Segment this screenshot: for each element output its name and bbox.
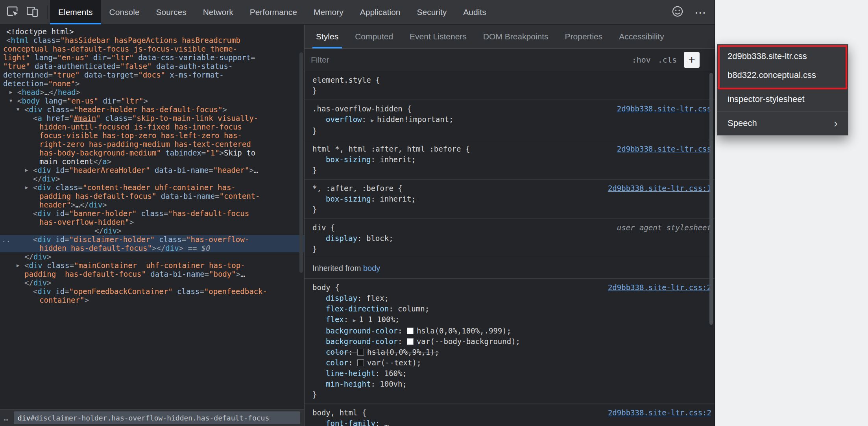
expand-arrow-icon[interactable]: ▶ — [353, 317, 359, 323]
color-swatch[interactable] — [407, 328, 414, 334]
pseudo-state-toggle[interactable]: :hov — [632, 55, 651, 65]
tab-dom-breakpoints[interactable]: DOM Breakpoints — [475, 25, 557, 48]
css-value[interactable]: 160%; — [384, 369, 407, 378]
tab-audits[interactable]: Audits — [455, 0, 494, 24]
menu-item-2d9bb338-site-ltr-css[interactable]: 2d9bb338.site-ltr.css — [717, 47, 848, 66]
rule-selector[interactable]: .has-overflow-hidden { — [312, 104, 412, 114]
dom-tree-line[interactable]: has-overflow-hidden"> — [0, 218, 304, 226]
rule-selector[interactable]: *, :after, :before { — [312, 183, 403, 194]
dom-tree-line[interactable]: has-body-background-medium" tabindex="1"… — [0, 148, 304, 157]
css-declaration[interactable]: background-color: var(--body-background)… — [312, 336, 711, 347]
css-declaration[interactable]: box-sizing: inherit; — [312, 154, 711, 165]
css-declaration[interactable]: display: flex; — [312, 293, 711, 304]
breadcrumb-item[interactable]: div#disclaimer-holder.has-overflow-hidde… — [14, 411, 300, 424]
tab-security[interactable]: Security — [408, 0, 455, 24]
stylesheet-link[interactable]: 2d9bb338.site-ltr.css — [611, 104, 711, 114]
dom-tree-line[interactable]: <div id="banner-holder" class="has-defau… — [0, 209, 304, 218]
dom-tree-line[interactable]: "true" data-authenticated="false" data-a… — [0, 62, 304, 70]
dom-tree-line[interactable]: hidden-until-focused is-fixed has-inner-… — [0, 122, 304, 131]
css-declaration[interactable]: color: var(--text); — [312, 357, 711, 368]
dom-tree-line[interactable]: ▶<div class="mainContainer uhf-container… — [0, 261, 304, 270]
styles-scrollbar[interactable] — [709, 73, 713, 325]
collapse-arrow-icon[interactable]: ▼ — [9, 96, 17, 105]
element-class-toggle[interactable]: .cls — [658, 55, 677, 65]
css-property[interactable]: color — [326, 358, 348, 367]
tab-network[interactable]: Network — [195, 0, 242, 24]
tab-performance[interactable]: Performance — [242, 0, 305, 24]
css-value[interactable]: 100vh; — [380, 380, 407, 388]
css-declaration[interactable]: display: block; — [312, 233, 711, 244]
css-value[interactable]: inherit; — [380, 155, 416, 164]
dom-tree-line[interactable]: light" lang="en-us" dir="ltr" data-css-v… — [0, 53, 304, 62]
css-property[interactable]: font-family — [326, 419, 375, 426]
elements-scrollbar[interactable] — [299, 52, 303, 273]
tab-console[interactable]: Console — [101, 0, 148, 24]
css-declaration[interactable]: overflow: ▶ hidden!important; — [312, 114, 711, 126]
css-value[interactable]: inherit; — [380, 194, 416, 203]
dom-tree-line[interactable]: <div id="openFeedbackContainer" class="o… — [0, 287, 304, 296]
stylesheet-link[interactable]: 2d9bb338.site-ltr.css — [611, 144, 711, 154]
css-property[interactable]: background-color — [326, 337, 398, 346]
rule-selector[interactable]: html *, html :after, html :before { — [312, 144, 470, 154]
css-property[interactable]: box-sizing — [326, 194, 371, 203]
css-declaration[interactable]: min-height: 100vh; — [312, 379, 711, 389]
dom-tree-line[interactable]: main content</a> — [0, 157, 304, 166]
css-property[interactable]: color — [326, 348, 348, 356]
css-property[interactable]: display — [326, 234, 357, 243]
dom-tree-line[interactable]: <!doctype html> — [0, 27, 304, 36]
dom-tree-line[interactable]: ▶<head>…</head> — [0, 88, 304, 96]
expand-arrow-icon[interactable]: ▶ — [371, 117, 377, 123]
css-declaration[interactable]: font-family: … — [312, 418, 711, 426]
css-value[interactable]: 1 1 100%; — [359, 315, 399, 324]
css-value[interactable]: flex; — [366, 294, 389, 302]
css-value[interactable]: hsla(0,0%,9%,1); — [367, 348, 439, 356]
css-value[interactable]: block; — [366, 234, 393, 243]
menu-item-inspector-stylesheet[interactable]: inspector-stylesheet — [717, 90, 848, 109]
dom-tree-line[interactable]: </div> — [0, 278, 304, 287]
dom-tree-line[interactable]: </div> — [0, 252, 304, 261]
css-property[interactable]: line-height — [326, 369, 375, 378]
color-swatch[interactable] — [357, 349, 364, 356]
dom-tree-line[interactable]: <a href="#main" class="skip-to-main-link… — [0, 114, 304, 122]
styles-filter-input[interactable] — [310, 55, 625, 65]
tab-styles[interactable]: Styles — [308, 25, 347, 48]
tab-elements[interactable]: Elements — [50, 0, 101, 24]
color-swatch[interactable] — [357, 359, 364, 366]
css-property[interactable]: flex-direction — [326, 304, 389, 313]
tab-properties[interactable]: Properties — [557, 25, 611, 48]
dom-tree-line[interactable]: determined="true" data-target="docs" x-m… — [0, 70, 304, 79]
expand-arrow-icon[interactable]: ▶ — [9, 88, 17, 96]
breadcrumb-overflow-button[interactable]: … — [4, 414, 9, 422]
stylesheet-link[interactable]: 2d9bb338.site-ltr.css:1 — [602, 183, 711, 194]
css-property[interactable]: overflow — [326, 115, 362, 124]
dom-tree-line[interactable]: right-zero has-padding-medium has-text-c… — [0, 140, 304, 148]
css-value[interactable]: hidden!important; — [377, 115, 453, 124]
css-value[interactable]: … — [384, 419, 389, 426]
feedback-button[interactable] — [668, 3, 687, 22]
tab-application[interactable]: Application — [352, 0, 409, 24]
dom-tree-line[interactable]: ▶<div class="content-header uhf-containe… — [0, 183, 304, 192]
dom-tree-line[interactable]: ..<div id="disclaimer-holder" class="has… — [0, 235, 304, 244]
tab-memory[interactable]: Memory — [305, 0, 352, 24]
css-property[interactable]: flex — [326, 315, 344, 324]
css-declaration[interactable]: background-color: hsla(0,0%,100%,.999); — [312, 326, 711, 336]
dom-tree-line[interactable]: header">…</div> — [0, 200, 304, 209]
dom-tree-line[interactable]: ▼<div class="header-holder has-default-f… — [0, 105, 304, 114]
device-toolbar-button[interactable] — [23, 3, 42, 22]
expand-arrow-icon[interactable]: ▶ — [25, 166, 32, 174]
inspect-element-button[interactable] — [3, 3, 22, 22]
css-property[interactable]: display — [326, 294, 357, 302]
dom-tree-line[interactable]: detection="none"> — [0, 79, 304, 88]
rule-selector[interactable]: element.style { — [312, 75, 380, 85]
stylesheet-link[interactable]: 2d9bb338.site-ltr.css:2 — [602, 282, 711, 293]
dom-tree-line[interactable]: ▼<body lang="en-us" dir="ltr"> — [0, 96, 304, 105]
dom-tree-line[interactable]: padding has-default-focus" data-bi-name=… — [0, 192, 304, 200]
dom-tree-line[interactable]: focus-visible has-top-zero has-left-zero… — [0, 131, 304, 140]
menu-item-b8d322-conceptual-css[interactable]: b8d322.conceptual.css — [717, 66, 848, 85]
css-value[interactable]: hsla(0,0%,100%,.999); — [417, 326, 511, 335]
css-property[interactable]: min-height — [326, 380, 371, 388]
expand-arrow-icon[interactable]: ▶ — [25, 183, 32, 192]
tab-sources[interactable]: Sources — [148, 0, 195, 24]
css-value[interactable]: column; — [398, 304, 429, 313]
inherited-target-link[interactable]: body — [363, 264, 380, 272]
